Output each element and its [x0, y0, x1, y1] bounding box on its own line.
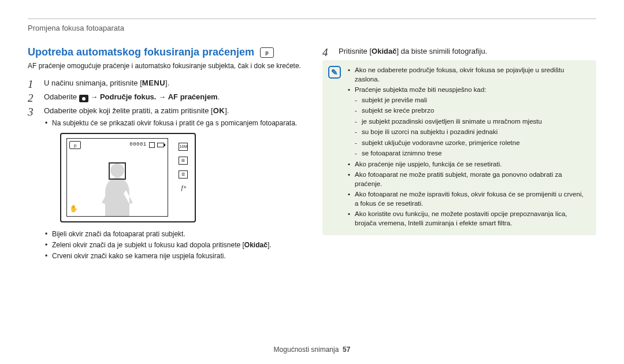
step-list-right: Pritisnite [Okidač] da biste snimili fot… — [322, 46, 596, 57]
info-b2-d: su boje ili uzorci na subjektu i pozadin… — [355, 128, 588, 137]
step-4-a: Pritisnite [ — [339, 47, 372, 55]
header-label: Promjena fokusa fotoaparata — [28, 24, 596, 32]
preview-mode-badge: p — [69, 141, 81, 149]
sd-card-icon — [149, 142, 155, 148]
content-columns: Upotreba automatskog fokusiranja praćenj… — [28, 46, 596, 264]
step-3-sublist: Na subjektu će se prikazati okvir fokusa… — [44, 118, 302, 128]
info-b2-a: subjekt je previše mali — [355, 96, 588, 105]
info-b6: Ako koristite ovu funkciju, ne možete po… — [348, 210, 588, 228]
legend-green: Zeleni okvir znači da je subjekt u fokus… — [44, 240, 302, 250]
preview-right-icons: 16M ⊞ ☰ ƒᴬ — [179, 143, 188, 192]
section-intro: AF praćenje omogućuje praćenje i automat… — [28, 62, 302, 71]
step-1: U načinu snimanja, pritisnite [MENU]. — [28, 78, 302, 88]
preview-counter: 00001 — [129, 141, 147, 148]
camera-preview: p 00001 ✋ — [60, 133, 196, 222]
preview-inner: p 00001 ✋ — [66, 138, 168, 217]
info-b2-c: je subjekt pozadinski osvijetljen ili sn… — [355, 117, 588, 127]
menu-label: MENU — [142, 79, 165, 87]
step-2-a: Odaberite — [44, 92, 79, 101]
legend-red: Crveni okvir znači kako se kamera nije u… — [44, 251, 302, 261]
step-2-b: → — [88, 92, 100, 101]
step-2: Odaberite → Područje fokus. → AF praćenj… — [28, 92, 302, 103]
step-2-f: . — [218, 92, 220, 101]
legend-green-a: Zeleni okvir znači da je subjekt u fokus… — [52, 241, 244, 249]
legend-white: Bijeli okvir znači da fotoaparat prati s… — [44, 229, 302, 239]
step-2-c: Područje fokus. — [100, 92, 157, 101]
info-b2-b: subjekt se kreće prebrzo — [355, 106, 588, 116]
ok-label: OK — [213, 106, 225, 115]
info-b4: Ako fotoaparat ne može pratiti subjekt, … — [348, 170, 588, 188]
footer-page-number: 57 — [343, 346, 350, 354]
focus-frame-icon — [109, 162, 126, 180]
flash-auto-icon: ƒᴬ — [179, 184, 188, 192]
step-4: Pritisnite [Okidač] da biste snimili fot… — [322, 46, 596, 57]
step-4-c: ] da biste snimili fotografiju. — [396, 47, 487, 55]
step-3-sub1: Na subjektu će se prikazati okvir fokusa… — [44, 118, 302, 128]
info-b5: Ako fotoaparat ne može ispraviti fokus, … — [348, 190, 588, 208]
grid-icon: ⊞ — [179, 157, 188, 165]
resolution-icon: 16M — [179, 143, 188, 151]
legend-green-shutter: Okidač — [244, 241, 268, 249]
info-b1: Ako ne odaberete područje fokusa, okvir … — [348, 66, 588, 84]
section-title-text: Upotreba automatskog fokusiranja praćenj… — [28, 46, 254, 58]
battery-icon — [157, 143, 164, 147]
legend-green-c: ]. — [268, 241, 272, 249]
right-column: Pritisnite [Okidač] da biste snimili fot… — [322, 46, 596, 264]
camera-icon — [79, 95, 88, 102]
preview-counter-row: 00001 — [129, 141, 164, 148]
info-box: ✎ Ako ne odaberete područje fokusa, okvi… — [322, 60, 596, 235]
footer-section: Mogućnosti snimanja — [274, 346, 339, 354]
left-column: Upotreba automatskog fokusiranja praćenj… — [28, 46, 302, 264]
info-b3: Ako praćenje nije uspjelo, funkcija će s… — [348, 160, 588, 169]
info-b2: Praćenje subjekta može biti neuspješno k… — [348, 86, 588, 158]
mode-icon: p — [260, 47, 274, 58]
info-b2-e: subjekt uključuje vodoravne uzorke, prim… — [355, 139, 588, 148]
header-rule — [28, 18, 596, 19]
step-1-text-b: ]. — [165, 79, 169, 87]
info-list: Ako ne odaberete područje fokusa, okvir … — [348, 66, 588, 228]
info-icon: ✎ — [328, 66, 341, 79]
step-3: Odaberite objek koji želite pratiti, a z… — [28, 106, 302, 261]
step-list-left: U načinu snimanja, pritisnite [MENU]. Od… — [28, 78, 302, 261]
info-b2-sublist: subjekt je previše mali subjekt se kreće… — [355, 96, 588, 158]
step-2-e: AF praćenjem — [168, 92, 218, 101]
legend-list: Bijeli okvir znači da fotoaparat prati s… — [44, 229, 302, 261]
step-3-b: ]. — [225, 106, 229, 115]
step-3-a: Odaberite objek koji želite pratiti, a z… — [44, 106, 213, 115]
step-4-shutter: Okidač — [372, 47, 396, 55]
page-footer: Mogućnosti snimanja 57 — [0, 346, 624, 354]
anti-shake-icon: ✋ — [69, 204, 78, 214]
step-2-d: → — [156, 92, 168, 101]
info-b2-text: Praćenje subjekta može biti neuspješno k… — [355, 86, 486, 93]
section-title: Upotreba automatskog fokusiranja praćenj… — [28, 46, 302, 58]
menu-lines-icon: ☰ — [179, 170, 188, 179]
info-b2-f: se fotoaparat iznimno trese — [355, 149, 588, 158]
step-1-text-a: U načinu snimanja, pritisnite [ — [44, 79, 142, 87]
